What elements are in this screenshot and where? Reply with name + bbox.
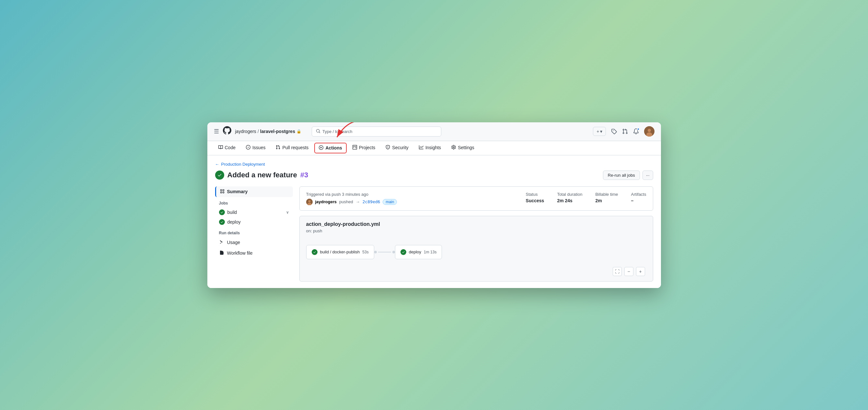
tab-projects[interactable]: Projects [348,141,380,155]
right-panel: Triggered via push 3 minutes ago j [299,186,653,281]
sidebar-item-usage[interactable]: Usage [215,237,293,248]
github-logo [223,126,231,137]
jobs-heading: Jobs [215,197,293,207]
build-label: build [227,210,237,215]
main-content: ← Production Deployment Added a new feat… [207,155,661,288]
trigger-text: Triggered via push 3 minutes ago [306,192,522,197]
new-button[interactable]: + ▾ [593,127,606,136]
duration-col: Total duration 2m 24s [557,192,582,203]
more-icon: ··· [646,173,650,178]
notifications-button[interactable] [633,129,639,134]
fullscreen-icon: ⛶ [615,269,619,274]
insights-icon [419,145,424,150]
top-bar: ☰ jaydrogers / laravel-postgres 🔒 Type /… [207,122,661,141]
browser-window: ☰ jaydrogers / laravel-postgres 🔒 Type /… [207,122,661,288]
workflow-subtitle: on: push [306,229,646,233]
summary-icon [220,189,224,195]
run-actions: Re-run all jobs ··· [603,171,653,180]
tabs-row: Code Issues Pull requests Actions [207,141,661,155]
workflow-file-label: Workflow file [227,250,253,255]
pipeline-node-build[interactable]: build / docker-publish 53s [306,245,374,259]
zoom-in-button[interactable]: + [636,267,645,276]
duration-value: 2m 24s [557,198,582,203]
breadcrumb-label: Production Deployment [221,162,265,167]
tab-code[interactable]: Code [214,141,240,155]
info-row: Triggered via push 3 minutes ago j [306,192,646,205]
workflow-file-icon [220,250,224,256]
build-node-time: 53s [362,250,368,254]
settings-icon [451,145,456,150]
repo-name[interactable]: laravel-postgres [260,129,295,134]
usage-label: Usage [227,240,240,245]
content-area: Summary Jobs build ∨ [215,186,653,281]
pipeline: build / docker-publish 53s d [306,240,646,264]
timer-button[interactable] [611,129,617,134]
usage-icon [220,240,224,245]
repo-path: jaydrogers / laravel-postgres 🔒 [235,129,301,134]
billable-col: Billable time 2m [595,192,618,203]
rerun-all-jobs-button[interactable]: Re-run all jobs [603,171,640,180]
more-options-button[interactable]: ··· [643,171,653,180]
deploy-node-success-icon [400,249,406,255]
tab-insights[interactable]: Insights [414,141,445,155]
hamburger-icon[interactable]: ☰ [214,128,219,135]
deploy-success-icon [219,219,225,225]
sidebar-item-build[interactable]: build ∨ [215,207,293,217]
sidebar-item-deploy[interactable]: deploy [215,217,293,227]
search-placeholder: Type / to search [322,129,352,134]
sidebar: Summary Jobs build ∨ [215,186,293,281]
search-bar[interactable]: Type / to search [312,127,441,137]
lock-icon: 🔒 [297,129,301,134]
committer-avatar [306,199,313,205]
issues-icon [246,145,250,150]
run-details-heading: Run details [215,227,293,237]
zoom-out-button[interactable]: − [624,267,633,276]
branch-badge[interactable]: main [383,199,397,205]
code-icon [218,145,223,150]
commit-info: jaydrogers pushed → 2c89ed6 main [306,199,522,205]
pipeline-node-deploy[interactable]: deploy 1m 13s [395,245,442,259]
info-card: Triggered via push 3 minutes ago j [299,186,653,211]
breadcrumb-arrow-icon: ← [215,162,219,167]
connector-dot-1 [374,251,377,253]
status-col: Status Success [526,192,544,203]
repo-owner[interactable]: jaydrogers [235,129,256,134]
tab-actions[interactable]: Actions [314,143,346,153]
tab-security[interactable]: Security [381,141,413,155]
top-actions: + ▾ [593,126,654,137]
tab-pull-requests[interactable]: Pull requests [271,141,313,155]
tab-issues[interactable]: Issues [241,141,270,155]
deploy-node-time: 1m 13s [424,250,436,254]
build-node-label: build / docker-publish [320,249,360,254]
sidebar-item-workflow-file[interactable]: Workflow file [215,248,293,259]
artifacts-col: Artifacts – [631,192,646,203]
pushed-text: pushed [339,199,353,204]
connector-line [378,252,391,252]
avatar[interactable] [644,126,654,137]
breadcrumb[interactable]: ← Production Deployment [215,162,653,167]
sidebar-item-summary[interactable]: Summary [215,186,293,197]
tab-settings[interactable]: Settings [447,141,479,155]
connector-dot-2 [392,251,395,253]
workflow-card: action_deploy-production.yml on: push bu… [299,216,653,281]
zoom-out-icon: − [627,269,630,274]
artifacts-value: – [631,198,646,203]
run-number: #3 [300,171,308,179]
zoom-in-icon: + [639,269,642,274]
status-cols: Status Success Total duration 2m 24s Bil… [526,192,646,203]
fullscreen-button[interactable]: ⛶ [613,267,622,276]
svg-point-5 [308,200,310,202]
pull-request-button[interactable] [622,129,628,134]
billable-value: 2m [595,198,618,203]
commit-hash[interactable]: 2c89ed6 [363,199,380,204]
build-success-icon [219,209,225,215]
svg-point-1 [648,129,651,132]
run-title: Added a new feature #3 [215,171,308,180]
pull-requests-icon [276,145,280,150]
run-header: Added a new feature #3 Re-run all jobs ·… [215,171,653,180]
deploy-node-label: deploy [409,249,421,254]
actions-icon [319,145,323,151]
run-title-text: Added a new feature [227,171,297,179]
build-node-success-icon [312,249,317,255]
workflow-title: action_deploy-production.yml [306,221,646,227]
